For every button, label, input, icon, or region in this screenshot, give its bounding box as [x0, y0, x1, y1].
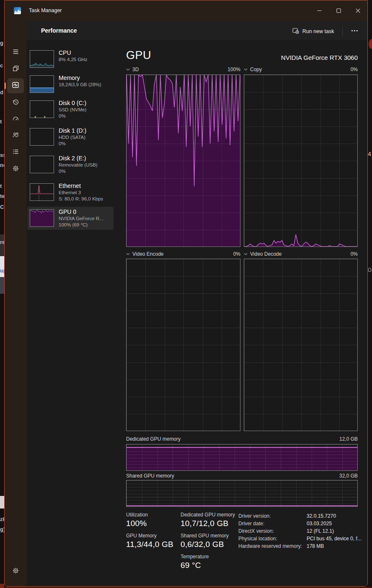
details-list-icon: [12, 148, 19, 157]
stat-label: Shared GPU memory: [181, 533, 235, 539]
more-options-button[interactable]: •••: [347, 26, 363, 37]
chart-label: Video Decode: [250, 251, 282, 257]
perf-item-ethernet[interactable]: Ethernet Ethernet 3 S: 80,0 R: 96,0 Kbps: [27, 181, 114, 204]
stat-label: GPU Memory: [126, 533, 173, 539]
bg-fragment: Cl: [0, 204, 4, 210]
perf-item-subtitle2: S: 80,0 R: 96,0 Kbps: [59, 196, 103, 202]
speedometer-icon: [12, 115, 19, 124]
window-title: Task Manager: [29, 8, 62, 13]
maximize-button[interactable]: [329, 0, 348, 21]
settings-button[interactable]: [7, 564, 24, 579]
gpu-video-decode-chart: [244, 259, 358, 431]
sidebar-item-processes[interactable]: [7, 62, 24, 77]
sidebar-item-users[interactable]: [7, 128, 24, 143]
engine-selector-copy[interactable]: Copy: [244, 67, 262, 72]
perf-item-disk1[interactable]: Disk 1 (D:) HDD (SATA) 0%: [27, 126, 114, 149]
stats-column-1: Utilization 100% GPU Memory 11,3/44,0 GB: [126, 512, 173, 554]
processes-icon: [12, 65, 19, 74]
perf-item-title: GPU 0: [59, 208, 103, 216]
disk1-thumbnail-chart: [30, 128, 54, 146]
page-header: Performance Run new task •••: [26, 21, 368, 41]
perf-item-cpu[interactable]: CPU 8% 4,25 GHz: [27, 48, 114, 69]
background-window-right-sliver: 4: [368, 0, 372, 588]
chart-label: 3D: [132, 67, 139, 72]
sidebar-item-details[interactable]: [7, 145, 24, 160]
task-manager-window: Task Manager: [4, 0, 368, 587]
disk0-thumbnail-chart: [30, 100, 54, 118]
perf-item-subtitle: 18,2/63,9 GB (28%): [59, 82, 101, 88]
perf-item-subtitle: HDD (SATA): [59, 134, 86, 141]
bg-fragment: g: [0, 40, 4, 46]
memory-thumbnail-chart: [30, 75, 54, 93]
shared-memory-capacity: 32,0 GB: [339, 473, 358, 479]
gear-icon: [12, 567, 19, 576]
sidebar-nav: [5, 21, 26, 587]
perf-item-subtitle2: 0%: [59, 113, 86, 119]
sidebar-item-app-history[interactable]: [7, 95, 24, 110]
stat-label: DirectX version:: [238, 527, 307, 535]
perf-item-subtitle: Ethernet 3: [59, 190, 103, 196]
engine-selector-video-encode[interactable]: Video Encode: [126, 251, 164, 257]
stat-label: Physical location:: [238, 535, 307, 542]
shared-memory-chart: [126, 480, 358, 507]
perf-item-subtitle: SSD (NVMe): [59, 107, 86, 113]
disk2-thumbnail-chart: [30, 156, 54, 173]
chart-value: 100%: [227, 67, 240, 72]
chart-value: 0%: [351, 251, 358, 257]
perf-item-subtitle2: 0%: [59, 168, 98, 175]
perf-item-subtitle2: 100% (69 °C): [59, 222, 103, 228]
sidebar-item-startup-apps[interactable]: [7, 112, 24, 127]
run-new-task-button[interactable]: Run new task: [288, 25, 338, 38]
bg-fragment: up: [0, 268, 4, 274]
stat-value: 100%: [126, 519, 173, 528]
sidebar-item-services[interactable]: [7, 162, 24, 177]
shared-memory-label: Shared GPU memory: [126, 473, 174, 479]
content-panel: Performance Run new task ••• CPU 8% 4,25…: [26, 21, 368, 587]
perf-item-subtitle2: 0%: [59, 141, 86, 147]
hamburger-icon: [12, 48, 19, 57]
sidebar-item-performance[interactable]: [7, 78, 24, 93]
page-title: Performance: [41, 27, 77, 34]
stat-value: 69 °C: [181, 561, 235, 570]
bg-fragment: d: [0, 90, 4, 95]
stat-value: PCI bus 45, device 0, f...: [307, 536, 362, 542]
bg-fragment: t: [0, 119, 4, 125]
dedicated-memory-chart: [126, 444, 358, 471]
stat-value: 0,6/32,0 GB: [181, 540, 235, 549]
bg-fragment: zk: [0, 516, 4, 522]
stat-value: 03.03.2025: [307, 521, 332, 526]
gpu-copy-chart: [244, 74, 358, 247]
stat-value: 32.0.15.7270: [307, 513, 336, 519]
perf-item-memory[interactable]: Memory 18,2/63,9 GB (28%): [27, 73, 114, 95]
stats-column-3: Driver version:32.0.15.7270 Driver date:…: [238, 512, 362, 550]
perf-item-title: Ethernet: [59, 182, 103, 190]
chart-value: 0%: [351, 67, 358, 72]
bg-fragment: nc: [0, 162, 4, 168]
perf-item-disk0[interactable]: Disk 0 (C:) SSD (NVMe) 0%: [27, 98, 114, 121]
background-window-left-sliver: g c d t ss nc t te Cl re up zk g): [0, 0, 4, 588]
performance-pulse-icon: [12, 81, 19, 90]
menu-toggle-button[interactable]: [7, 45, 24, 60]
stat-value: 178 MB: [307, 543, 324, 549]
stat-label: Driver date:: [238, 520, 307, 527]
engine-selector-video-decode[interactable]: Video Decode: [244, 251, 282, 257]
stat-value: 10,7/12,0 GB: [181, 519, 235, 528]
chevron-down-icon: [126, 253, 130, 255]
perf-item-title: Memory: [59, 74, 101, 82]
task-manager-app-icon: [14, 7, 21, 14]
run-new-task-label: Run new task: [302, 28, 334, 34]
header-divider: [342, 27, 343, 36]
stat-label: Hardware reserved memory:: [238, 542, 307, 550]
bg-bell-icon: [368, 268, 371, 272]
chevron-down-icon: [126, 68, 130, 71]
perf-item-title: Disk 2 (E:): [59, 154, 98, 162]
bg-fragment: ss: [0, 152, 4, 158]
close-button[interactable]: [348, 0, 367, 21]
chart-label: Video Encode: [132, 251, 164, 257]
history-clock-icon: [12, 98, 19, 107]
engine-selector-3d[interactable]: 3D: [126, 67, 139, 72]
perf-item-gpu0[interactable]: GPU 0 NVIDIA GeForce R... 100% (69 °C): [27, 207, 114, 230]
perf-item-disk2[interactable]: Disk 2 (E:) Removable (USB) 0%: [27, 153, 114, 176]
bg-fragment: 4: [368, 151, 371, 157]
minimize-button[interactable]: [310, 0, 329, 21]
